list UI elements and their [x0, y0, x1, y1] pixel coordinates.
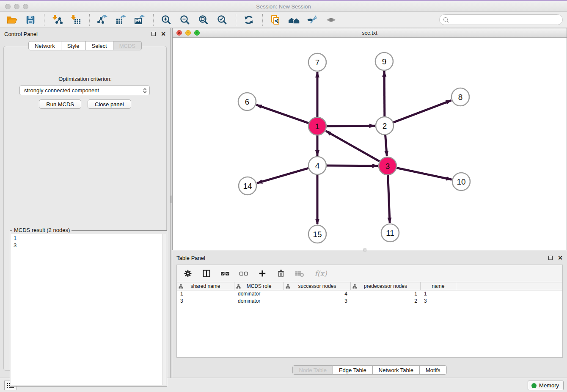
tab-motifs[interactable]: Motifs: [420, 365, 447, 375]
zoom-in-button[interactable]: [159, 14, 174, 26]
result-scrollbar[interactable]: [162, 234, 166, 385]
graph-edge-3-11[interactable]: [388, 174, 390, 223]
table-options-button[interactable]: [183, 268, 193, 279]
unselect-all-columns-button[interactable]: [239, 268, 249, 279]
clone-network-icon: [270, 14, 281, 25]
memory-status-icon: [531, 383, 537, 388]
network-resize-handle[interactable]: [363, 248, 366, 251]
graph-node-label-14: 14: [243, 182, 252, 190]
graph-edge-2-3[interactable]: [385, 133, 387, 156]
export-table-button[interactable]: [113, 14, 129, 26]
open-session-button[interactable]: [4, 14, 19, 26]
import-network-button[interactable]: [50, 14, 65, 26]
graph-edge-2-9[interactable]: [384, 71, 385, 118]
network-canvas[interactable]: 7968124314101511: [173, 38, 567, 250]
fx-icon: f(x): [314, 269, 327, 278]
criterion-select[interactable]: strongly connected component: [19, 86, 150, 95]
graph-edge-3-1[interactable]: [326, 131, 381, 162]
zoom-fit-button[interactable]: [196, 14, 211, 26]
tab-select[interactable]: Select: [86, 41, 113, 50]
column-header-mcds-role[interactable]: MCDS role: [234, 282, 284, 290]
graph-edge-4-3[interactable]: [325, 166, 378, 166]
zoom-out-button[interactable]: [177, 14, 193, 26]
column-header-predecessor-nodes[interactable]: predecessor nodes: [351, 282, 421, 290]
column-header-successor-nodes[interactable]: successor nodes: [284, 282, 351, 290]
search-input[interactable]: [451, 17, 559, 23]
tab-edge-table[interactable]: Edge Table: [333, 365, 373, 375]
close-table-panel-icon[interactable]: ✕: [558, 255, 563, 261]
export-network-button[interactable]: [95, 14, 110, 26]
control-panel-title: Control Panel: [4, 31, 38, 37]
memory-label: Memory: [539, 382, 559, 389]
graph-node-label-11: 11: [386, 229, 394, 237]
hide-graphics-details-button[interactable]: [305, 14, 320, 26]
refresh-view-button[interactable]: [241, 14, 256, 26]
columns-icon: [202, 269, 211, 278]
select-stepper-icon: [143, 88, 147, 93]
export-image-button[interactable]: [132, 14, 147, 26]
run-mcds-button[interactable]: Run MCDS: [39, 99, 81, 109]
graph-node-label-6: 6: [245, 97, 250, 106]
memory-button[interactable]: Memory: [528, 381, 564, 390]
mcds-result-textarea[interactable]: 1 3: [11, 234, 166, 385]
network-maximize-button[interactable]: +: [194, 30, 200, 36]
tab-style[interactable]: Style: [61, 41, 86, 50]
graph-node-label-15: 15: [313, 230, 322, 239]
toolbar-separator: [153, 14, 154, 26]
show-column-panel-button[interactable]: [201, 268, 212, 279]
graph-node-label-3: 3: [385, 162, 390, 171]
create-column-button[interactable]: [257, 268, 267, 279]
show-graphics-details-button[interactable]: [324, 14, 339, 26]
select-all-columns-button[interactable]: [220, 268, 230, 279]
hierarchy-icon: [179, 284, 183, 289]
search-field: [439, 14, 563, 25]
panel-splitter-handle[interactable]: [171, 196, 172, 203]
graph-edge-4-14[interactable]: [257, 168, 310, 183]
refresh-icon: [243, 14, 254, 25]
tab-network[interactable]: Network: [28, 41, 61, 50]
table-tabs: Node Table Edge Table Network Table Moti…: [172, 365, 567, 375]
main-toolbar: [0, 12, 567, 28]
delete-table-button[interactable]: [295, 268, 305, 279]
network-window-titlebar[interactable]: ✕ − + scc.txt: [173, 28, 567, 38]
tab-node-table[interactable]: Node Table: [292, 365, 333, 375]
eye-icon: [325, 14, 337, 25]
zoom-selected-button[interactable]: [215, 14, 230, 26]
column-header-name[interactable]: name: [421, 282, 456, 290]
graph-edge-1-6[interactable]: [256, 105, 310, 124]
zoom-out-icon: [179, 14, 190, 25]
float-panel-icon[interactable]: [151, 32, 156, 36]
zoom-selected-icon: [217, 14, 228, 25]
graph-node-label-10: 10: [457, 177, 465, 186]
hierarchy-icon: [236, 284, 241, 289]
tab-network-table[interactable]: Network Table: [373, 365, 420, 375]
graph-node-label-2: 2: [383, 121, 387, 130]
close-panel-button[interactable]: Close panel: [88, 99, 131, 109]
graph-edge-2-8[interactable]: [392, 100, 451, 123]
tab-mcds[interactable]: MCDS: [113, 41, 142, 50]
graph-edge-1-2[interactable]: [325, 126, 375, 126]
import-table-button[interactable]: [68, 14, 83, 26]
function-builder-button[interactable]: f(x): [313, 268, 328, 279]
graph-edge-3-10[interactable]: [395, 168, 452, 179]
home-views-button[interactable]: [286, 14, 302, 26]
node-table: shared name MCDS role successor nodes pr…: [176, 282, 563, 358]
zoom-in-icon: [161, 14, 172, 25]
network-close-button[interactable]: ✕: [176, 30, 182, 36]
export-table-icon: [116, 14, 127, 25]
network-minimize-button[interactable]: −: [185, 30, 191, 36]
delete-column-button[interactable]: [276, 268, 286, 279]
save-icon: [25, 15, 36, 25]
plus-icon: [259, 270, 266, 277]
clone-network-button[interactable]: [268, 14, 283, 26]
open-folder-icon: [6, 14, 17, 25]
save-session-button[interactable]: [23, 14, 38, 26]
table-row[interactable]: 1 dominator 4 1 1: [177, 290, 562, 298]
checked-boxes-icon: [220, 269, 230, 278]
table-panel-header: Table Panel ✕: [172, 253, 567, 263]
float-table-panel-icon[interactable]: [548, 256, 553, 260]
close-panel-icon[interactable]: ✕: [161, 31, 166, 37]
table-row[interactable]: 3 dominator 3 2 3: [177, 298, 562, 305]
column-header-shared-name[interactable]: shared name: [177, 282, 234, 290]
result-line: 1: [14, 235, 163, 242]
